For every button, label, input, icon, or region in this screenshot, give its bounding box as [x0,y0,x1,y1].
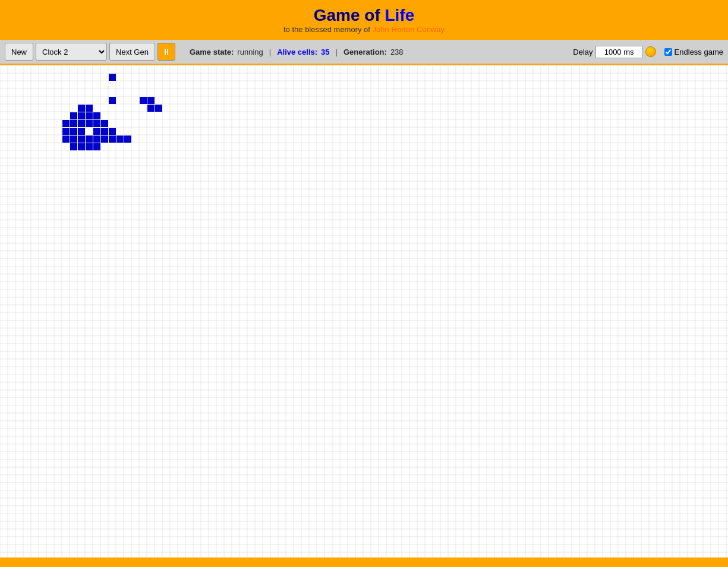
alive-label: Alive cells: [277,48,317,56]
delay-area: Delay [573,46,655,58]
pause-icon: ⏸ [162,47,171,56]
generation-label: Generation: [343,48,387,56]
delay-input[interactable] [595,46,643,58]
alive-count: 35 [321,48,329,56]
game-canvas[interactable] [0,65,728,557]
delay-knob[interactable] [645,46,656,57]
game-state-label: Game state: [190,48,234,56]
new-button[interactable]: New [5,43,33,61]
subtitle-text: to the blessed memory of [283,25,373,34]
subtitle-link: John Horton Conway [373,25,445,34]
separator2: | [336,48,338,56]
endless-area: Endless game [664,48,723,56]
grid-container[interactable] [0,65,728,559]
subtitle: to the blessed memory of John Horton Con… [0,25,728,34]
clock-select[interactable]: Clock 1 Clock 2 Clock 3 [36,43,107,61]
next-gen-button[interactable]: Next Gen [109,43,155,61]
toolbar: New Clock 1 Clock 2 Clock 3 Next Gen ⏸ G… [0,39,728,65]
delay-label: Delay [573,48,593,56]
page-title: Game of Life [0,6,728,25]
pause-button[interactable]: ⏸ [157,43,175,61]
separator1: | [269,48,271,56]
footer [0,559,728,567]
endless-checkbox[interactable] [664,48,672,56]
generation-count: 238 [390,48,404,56]
game-state-value: running [237,48,263,56]
title-part2: Life [385,6,415,24]
status-area: Game state: running | Alive cells: 35 | … [190,48,571,56]
title-part1: Game of [314,6,385,24]
page-header: Game of Life to the blessed memory of Jo… [0,0,728,39]
endless-label: Endless game [675,48,723,56]
